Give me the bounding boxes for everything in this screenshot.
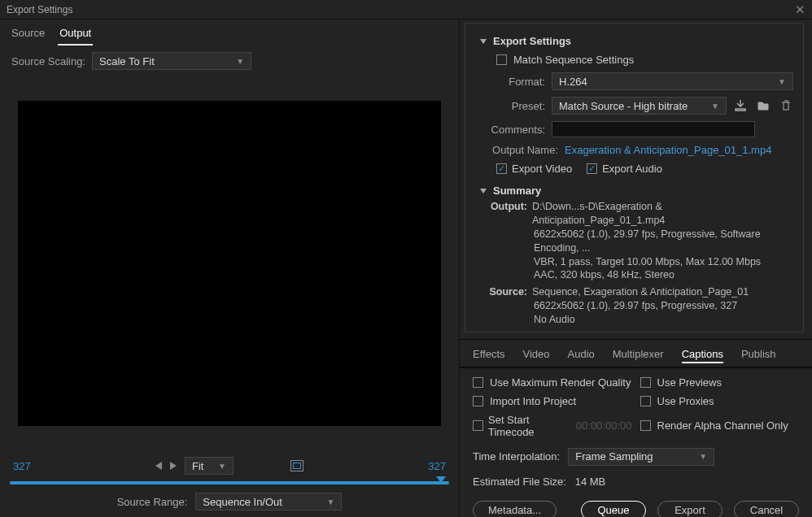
max-quality-label: Use Maximum Render Quality bbox=[490, 376, 631, 389]
match-sequence-label: Match Sequence Settings bbox=[513, 54, 634, 66]
summary-source-label: Source: bbox=[488, 285, 527, 299]
zoom-select[interactable]: Fit ▼ bbox=[185, 457, 234, 475]
summary-source-1: 6622x5062 (1.0), 29.97 fps, Progressive,… bbox=[534, 299, 793, 313]
match-sequence-checkbox[interactable] bbox=[496, 54, 507, 65]
queue-button[interactable]: Queue bbox=[581, 501, 646, 517]
alpha-only-label: Render Alpha Channel Only bbox=[657, 419, 788, 432]
tab-video[interactable]: Video bbox=[523, 346, 550, 363]
tab-multiplexer[interactable]: Multiplexer bbox=[613, 346, 664, 363]
est-size-value: 14 MB bbox=[575, 476, 606, 488]
save-preset-icon[interactable] bbox=[733, 98, 748, 113]
source-scaling-row: Source Scaling: Scale To Fit ▼ bbox=[0, 46, 459, 76]
summary-block: Output: D:\Down...s-D\Exageration & Anti… bbox=[480, 200, 793, 327]
caret-down-icon bbox=[480, 189, 487, 193]
left-panel: Source Output Source Scaling: Scale To F… bbox=[0, 20, 460, 517]
import-project-label: Import Into Project bbox=[490, 395, 576, 407]
timecode-out[interactable]: 327 bbox=[428, 460, 446, 472]
export-button[interactable]: Export bbox=[657, 501, 723, 517]
step-fwd-icon[interactable] bbox=[170, 462, 177, 470]
close-icon[interactable]: ✕ bbox=[795, 2, 805, 17]
tab-source[interactable]: Source bbox=[10, 22, 46, 46]
alpha-only-checkbox[interactable] bbox=[640, 420, 651, 431]
summary-output-2: VBR, 1 pass, Target 10.00 Mbps, Max 12.0… bbox=[534, 255, 793, 269]
button-row: Metadata... Queue Export Cancel bbox=[460, 493, 812, 517]
summary-output-1: 6622x5062 (1.0), 29.97 fps, Progressive,… bbox=[534, 228, 793, 255]
tab-captions[interactable]: Captions bbox=[682, 346, 723, 363]
metadata-button[interactable]: Metadata... bbox=[473, 501, 557, 517]
comments-input[interactable] bbox=[552, 121, 755, 137]
preview-area bbox=[0, 76, 459, 450]
chevron-down-icon: ▼ bbox=[326, 497, 334, 506]
import-preset-icon[interactable] bbox=[756, 98, 771, 113]
format-label: Format: bbox=[480, 76, 545, 88]
tab-publish[interactable]: Publish bbox=[741, 346, 776, 363]
time-interp-select[interactable]: Frame Sampling ▼ bbox=[568, 448, 714, 466]
use-previews-label: Use Previews bbox=[657, 376, 722, 389]
export-settings-header[interactable]: Export Settings bbox=[480, 32, 793, 50]
main: Source Output Source Scaling: Scale To F… bbox=[0, 20, 812, 517]
start-timecode-label: Set Start Timecode bbox=[488, 414, 571, 438]
comments-label: Comments: bbox=[480, 124, 545, 136]
export-audio-checkbox[interactable] bbox=[587, 163, 597, 174]
window-title: Export Settings bbox=[7, 4, 72, 15]
caret-down-icon bbox=[480, 39, 487, 44]
right-panel: Export Settings Match Sequence Settings … bbox=[460, 20, 812, 517]
summary-source-2: No Audio bbox=[534, 313, 793, 327]
use-previews-checkbox[interactable] bbox=[640, 377, 651, 388]
timeline-slider[interactable] bbox=[0, 475, 459, 488]
summary-output-3: AAC, 320 kbps, 48 kHz, Stereo bbox=[534, 268, 793, 282]
source-scaling-label: Source Scaling: bbox=[11, 55, 85, 67]
use-proxies-label: Use Proxies bbox=[657, 395, 714, 407]
delete-preset-icon[interactable] bbox=[779, 98, 793, 113]
summary-source-0: Sequence, Exageration & Anticipation_Pag… bbox=[532, 285, 793, 299]
summary-output-0: D:\Down...s-D\Exageration & Anticipation… bbox=[532, 200, 793, 228]
source-scaling-select[interactable]: Scale To Fit ▼ bbox=[92, 52, 251, 70]
summary-header[interactable]: Summary bbox=[480, 181, 793, 200]
chevron-down-icon: ▼ bbox=[699, 452, 707, 461]
bottom-options: Use Maximum Render Quality Use Previews … bbox=[460, 367, 812, 493]
start-timecode-checkbox[interactable] bbox=[473, 420, 483, 431]
tab-output[interactable]: Output bbox=[58, 22, 93, 46]
chevron-down-icon: ▼ bbox=[778, 77, 786, 86]
preset-label: Preset: bbox=[480, 100, 545, 112]
preview-video bbox=[18, 101, 441, 426]
slider-handle-out[interactable] bbox=[436, 476, 446, 483]
est-size-label: Estimated File Size: bbox=[473, 476, 566, 488]
export-video-label: Export Video bbox=[512, 163, 572, 175]
step-back-icon[interactable] bbox=[155, 462, 162, 470]
cancel-button[interactable]: Cancel bbox=[734, 501, 799, 517]
export-tabs: Effects Video Audio Multiplexer Captions… bbox=[460, 339, 812, 367]
tab-effects[interactable]: Effects bbox=[473, 346, 505, 363]
export-audio-label: Export Audio bbox=[602, 163, 662, 175]
left-tab-bar: Source Output bbox=[0, 20, 459, 46]
chevron-down-icon: ▼ bbox=[711, 102, 719, 111]
timecode-in[interactable]: 327 bbox=[13, 460, 31, 472]
preset-select[interactable]: Match Source - High bitrate ▼ bbox=[552, 97, 727, 115]
preview-controls: 327 Fit ▼ 327 bbox=[0, 450, 459, 475]
output-name-link[interactable]: Exageration & Anticipation_Page_01_1.mp4 bbox=[565, 144, 771, 156]
format-select[interactable]: H.264 ▼ bbox=[552, 72, 793, 90]
chevron-down-icon: ▼ bbox=[236, 57, 244, 66]
tab-audio[interactable]: Audio bbox=[568, 346, 595, 363]
export-settings-box: Export Settings Match Sequence Settings … bbox=[465, 23, 804, 332]
start-timecode-value: 00:00:00:00 bbox=[576, 419, 632, 432]
use-proxies-checkbox[interactable] bbox=[640, 396, 651, 406]
summary-output-label: Output: bbox=[488, 200, 527, 228]
export-video-checkbox[interactable] bbox=[496, 163, 507, 174]
chevron-down-icon: ▼ bbox=[218, 462, 226, 471]
import-project-checkbox[interactable] bbox=[473, 396, 483, 406]
source-range-row: Source Range: Sequence In/Out ▼ bbox=[0, 488, 459, 517]
output-name-label: Output Name: bbox=[480, 144, 558, 156]
title-bar: Export Settings ✕ bbox=[0, 0, 812, 20]
source-range-select[interactable]: Sequence In/Out ▼ bbox=[195, 493, 342, 510]
max-quality-checkbox[interactable] bbox=[473, 377, 483, 388]
safe-margins-icon[interactable] bbox=[290, 460, 303, 471]
time-interp-label: Time Interpolation: bbox=[473, 450, 560, 463]
source-range-label: Source Range: bbox=[117, 496, 188, 508]
